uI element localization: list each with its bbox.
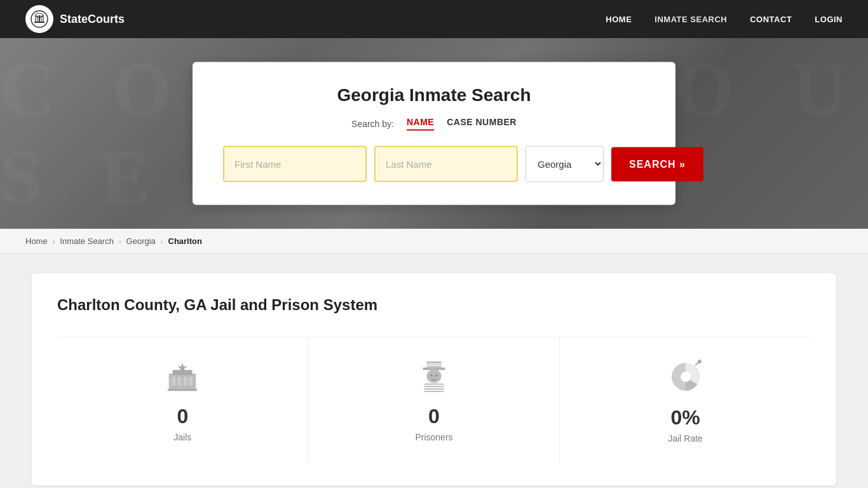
logo-icon: [25, 5, 53, 33]
site-name: StateCourts: [60, 13, 125, 26]
nav-home[interactable]: HOME: [606, 15, 632, 24]
logo-area[interactable]: StateCourts: [25, 5, 125, 33]
pie-chart-icon: [667, 356, 705, 406]
stats-title: Charlton County, GA Jail and Prison Syst…: [57, 296, 811, 314]
breadcrumb-current: Charlton: [168, 236, 202, 246]
building-icon: [164, 356, 201, 405]
stat-jail-rate: 0% Jail Rate: [560, 337, 811, 463]
svg-point-34: [435, 375, 437, 377]
prisoners-label: Prisoners: [415, 432, 452, 442]
last-name-input[interactable]: [374, 146, 518, 182]
search-by-row: Search by: NAME CASE NUMBER: [223, 117, 645, 131]
breadcrumb-sep-3: ›: [161, 238, 163, 245]
search-by-label: Search by:: [351, 119, 394, 129]
breadcrumb-inmate-search[interactable]: Inmate Search: [60, 236, 114, 246]
nav-inmate-search[interactable]: INMATE SEARCH: [654, 15, 727, 24]
stat-prisoners: 0 Prisoners: [309, 337, 560, 463]
jails-label: Jails: [173, 432, 191, 442]
tab-case-number[interactable]: CASE NUMBER: [447, 117, 517, 131]
svg-point-30: [426, 369, 441, 383]
search-card-title: Georgia Inmate Search: [223, 85, 645, 105]
svg-rect-9: [173, 370, 193, 375]
first-name-input[interactable]: [223, 146, 367, 182]
nav-links: HOME INMATE SEARCH CONTACT LOGIN: [606, 15, 843, 24]
tab-name[interactable]: NAME: [407, 117, 434, 131]
svg-point-40: [681, 372, 691, 382]
state-select[interactable]: Georgia Alabama Florida Tennessee: [526, 146, 604, 182]
main-content: Charlton County, GA Jail and Prison Syst…: [0, 254, 868, 488]
stat-jails: 0 Jails: [57, 337, 309, 463]
svg-rect-2: [39, 15, 40, 22]
svg-point-33: [431, 375, 433, 377]
search-inputs-row: Georgia Alabama Florida Tennessee SEARCH…: [223, 146, 645, 182]
search-button[interactable]: SEARCH »: [611, 147, 703, 181]
prisoners-count: 0: [428, 405, 440, 428]
prisoner-icon: [417, 356, 451, 405]
svg-rect-27: [168, 389, 197, 391]
header: StateCourts HOME INMATE SEARCH CONTACT L…: [0, 0, 868, 38]
svg-point-42: [698, 360, 702, 363]
hero-section: C O U R T H O U S E Georgia Inmate Searc…: [0, 38, 868, 229]
breadcrumb: Home › Inmate Search › Georgia › Charlto…: [0, 229, 868, 254]
stats-grid: 0 Jails: [57, 337, 811, 463]
jails-count: 0: [177, 405, 188, 428]
svg-rect-1: [34, 22, 44, 23]
nav-contact[interactable]: CONTACT: [750, 15, 792, 24]
svg-rect-29: [426, 362, 441, 369]
breadcrumb-home[interactable]: Home: [25, 236, 48, 246]
breadcrumb-georgia[interactable]: Georgia: [126, 236, 156, 246]
jail-rate-value: 0%: [671, 406, 700, 430]
jail-rate-label: Jail Rate: [668, 433, 702, 444]
stats-card: Charlton County, GA Jail and Prison Syst…: [32, 273, 836, 485]
breadcrumb-sep-1: ›: [53, 238, 55, 245]
breadcrumb-sep-2: ›: [119, 238, 121, 245]
nav-login[interactable]: LOGIN: [815, 15, 843, 24]
search-card: Georgia Inmate Search Search by: NAME CA…: [193, 62, 675, 205]
